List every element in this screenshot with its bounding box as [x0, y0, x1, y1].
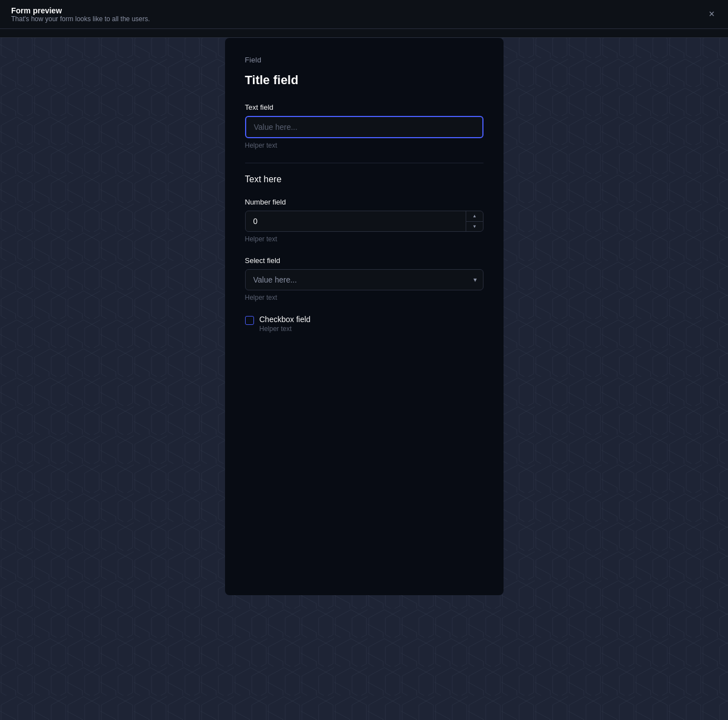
select-field-helper: Helper text: [245, 294, 483, 301]
text-field-group: Text field Helper text: [245, 103, 483, 149]
text-input[interactable]: [245, 116, 483, 138]
text-field-helper: Helper text: [245, 142, 483, 149]
select-wrapper: Value here... Option 1 Option 2 ▾: [245, 269, 483, 290]
header-subtitle: That's how your form looks like to all t…: [11, 15, 150, 23]
display-text: Text here: [245, 174, 483, 184]
select-input[interactable]: Value here... Option 1 Option 2: [245, 269, 483, 290]
checkbox-field-group: Checkbox field Helper text: [245, 315, 483, 333]
number-field-label: Number field: [245, 198, 483, 206]
checkbox-helper: Helper text: [260, 325, 311, 333]
section-label: Field: [245, 56, 483, 64]
checkbox-label: Checkbox field: [260, 315, 311, 324]
form-card: Field Title field Text field Helper text…: [225, 38, 504, 595]
spinner-up-icon: ▲: [472, 213, 477, 218]
spinner-up-button[interactable]: ▲: [466, 211, 483, 222]
select-field-group: Select field Value here... Option 1 Opti…: [245, 256, 483, 301]
number-field-group: Number field ▲ ▼ Helper text: [245, 198, 483, 243]
checkbox-row: Checkbox field Helper text: [245, 315, 483, 333]
checkbox-text-group: Checkbox field Helper text: [260, 315, 311, 333]
checkbox-input[interactable]: [245, 316, 254, 325]
close-button[interactable]: ×: [706, 6, 717, 22]
close-icon: ×: [709, 8, 715, 20]
spinner-down-icon: ▼: [472, 224, 477, 229]
header-title: Form preview: [11, 6, 150, 15]
divider-1: [245, 163, 483, 163]
number-input-wrapper: ▲ ▼: [245, 211, 483, 232]
number-field-helper: Helper text: [245, 235, 483, 243]
text-field-label: Text field: [245, 103, 483, 111]
header-bar: Form preview That's how your form looks …: [0, 0, 728, 29]
spinner-down-button[interactable]: ▼: [466, 222, 483, 232]
number-spinner: ▲ ▼: [466, 211, 483, 232]
form-title: Title field: [245, 73, 483, 87]
header-text-group: Form preview That's how your form looks …: [11, 6, 150, 23]
ruler: [0, 29, 728, 38]
select-field-label: Select field: [245, 256, 483, 265]
number-input[interactable]: [245, 211, 483, 232]
